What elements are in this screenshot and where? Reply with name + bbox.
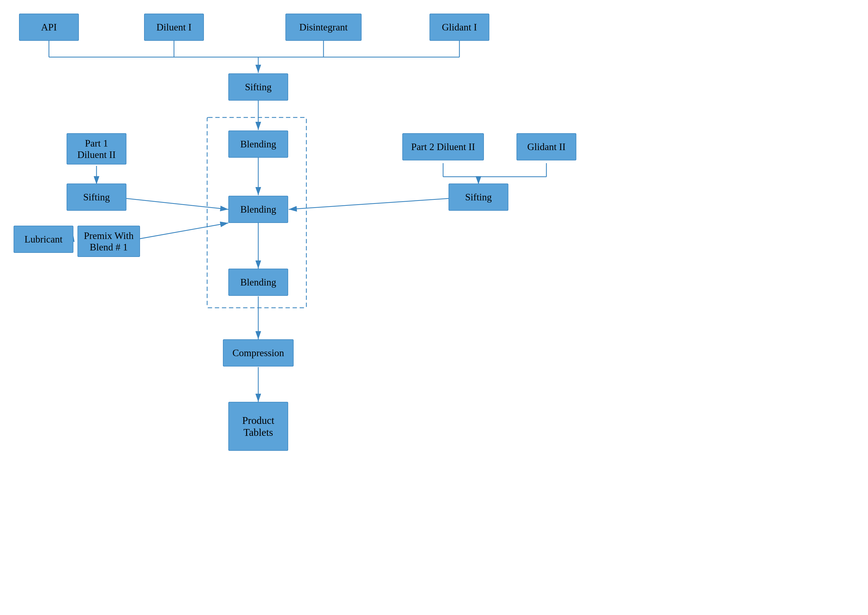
sifting1-box: Sifting	[228, 73, 288, 101]
blending1-box: Blending	[228, 131, 288, 158]
premix-box: Premix With Blend # 1	[78, 226, 140, 257]
compression-box: Compression	[223, 339, 294, 367]
svg-line-16	[289, 198, 449, 209]
sifting2-box: Sifting	[67, 184, 126, 211]
blending2-box: Blending	[228, 196, 288, 223]
svg-line-11	[126, 198, 228, 209]
part1diluent2-box: Part 1 Diluent II	[67, 133, 126, 164]
part2diluent2-label: Part 2 Diluent II	[411, 141, 475, 153]
api-box: API	[19, 14, 79, 41]
product-tablets-box: Product Tablets	[228, 402, 288, 451]
glidant2-box: Glidant II	[516, 133, 576, 161]
sifting3-box: Sifting	[449, 184, 508, 211]
api-label: API	[41, 22, 57, 33]
disintegrant-box: Disintegrant	[285, 14, 362, 41]
svg-line-18	[129, 223, 228, 240]
compression-label: Compression	[232, 347, 284, 359]
blending2-label: Blending	[240, 204, 276, 215]
diluent1-label: Diluent I	[157, 22, 192, 33]
blending3-box: Blending	[228, 268, 288, 296]
part1diluent2-label: Part 1 Diluent II	[78, 137, 116, 161]
disintegrant-label: Disintegrant	[299, 22, 348, 33]
glidant1-box: Glidant I	[430, 14, 489, 41]
blending1-label: Blending	[240, 138, 276, 150]
diluent1-box: Diluent I	[144, 14, 204, 41]
lubricant-box: Lubricant	[14, 226, 73, 253]
sifting2-label: Sifting	[83, 191, 110, 203]
premix-label: Premix With Blend # 1	[84, 230, 134, 253]
glidant1-label: Glidant I	[442, 22, 477, 33]
part2diluent2-box: Part 2 Diluent II	[402, 133, 484, 161]
glidant2-label: Glidant II	[527, 141, 566, 153]
product-tablets-label: Product Tablets	[242, 414, 274, 438]
sifting1-label: Sifting	[245, 81, 271, 93]
sifting3-label: Sifting	[465, 191, 492, 203]
lubricant-label: Lubricant	[25, 234, 62, 245]
blending3-label: Blending	[240, 276, 276, 288]
